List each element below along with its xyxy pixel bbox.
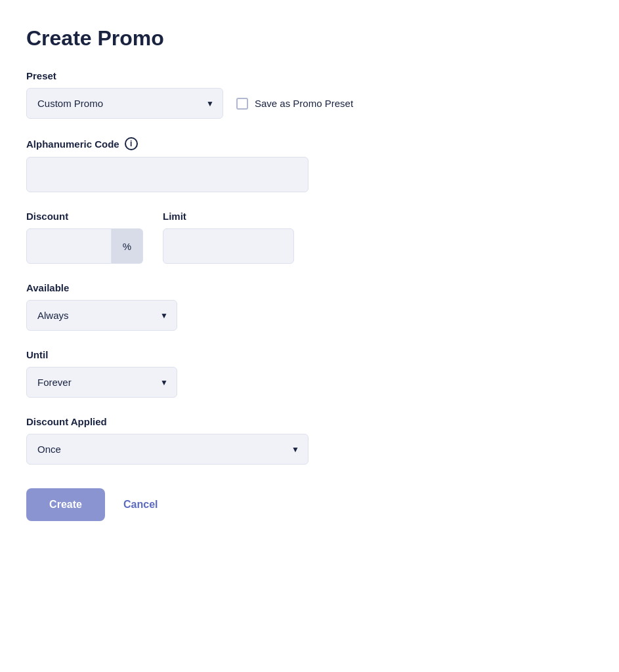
- available-select-wrapper: Always Custom ▼: [26, 300, 177, 331]
- limit-label: Limit: [163, 211, 294, 222]
- percent-badge: %: [112, 228, 143, 264]
- alphanumeric-code-section: Alphanumeric Code i: [26, 137, 593, 192]
- create-button[interactable]: Create: [26, 488, 105, 521]
- save-preset-checkbox[interactable]: [236, 98, 248, 110]
- preset-select[interactable]: Custom Promo Preset 1 Preset 2: [26, 88, 223, 119]
- limit-input[interactable]: [163, 228, 294, 264]
- alphanumeric-code-label-text: Alphanumeric Code: [26, 138, 119, 150]
- preset-select-wrapper: Custom Promo Preset 1 Preset 2 ▼: [26, 88, 223, 119]
- preset-row: Custom Promo Preset 1 Preset 2 ▼ Save as…: [26, 88, 593, 119]
- alphanumeric-code-input[interactable]: [26, 157, 309, 192]
- available-section: Available Always Custom ▼: [26, 282, 593, 331]
- alphanumeric-info-icon[interactable]: i: [125, 137, 138, 150]
- discount-applied-select-wrapper: Once Every Time First Time ▼: [26, 434, 309, 465]
- discount-input-wrapper: %: [26, 228, 143, 264]
- available-select[interactable]: Always Custom: [26, 300, 177, 331]
- until-select[interactable]: Forever Custom Date: [26, 367, 177, 398]
- discount-input[interactable]: [26, 228, 112, 264]
- discount-limit-row: Discount % Limit: [26, 211, 593, 264]
- available-label: Available: [26, 282, 593, 293]
- preset-section: Preset Custom Promo Preset 1 Preset 2 ▼ …: [26, 70, 593, 119]
- discount-applied-label: Discount Applied: [26, 416, 593, 427]
- preset-label: Preset: [26, 70, 593, 81]
- save-preset-label[interactable]: Save as Promo Preset: [236, 98, 353, 110]
- alphanumeric-code-label-row: Alphanumeric Code i: [26, 137, 593, 150]
- until-label: Until: [26, 349, 593, 360]
- until-section: Until Forever Custom Date ▼: [26, 349, 593, 398]
- discount-label: Discount: [26, 211, 143, 222]
- discount-applied-select[interactable]: Once Every Time First Time: [26, 434, 309, 465]
- discount-field-group: Discount %: [26, 211, 143, 264]
- cancel-button[interactable]: Cancel: [118, 488, 163, 521]
- page-title: Create Promo: [26, 26, 593, 51]
- discount-applied-section: Discount Applied Once Every Time First T…: [26, 416, 593, 465]
- limit-field-group: Limit: [163, 211, 294, 264]
- discount-limit-section: Discount % Limit: [26, 211, 593, 264]
- until-select-wrapper: Forever Custom Date ▼: [26, 367, 177, 398]
- save-preset-text: Save as Promo Preset: [255, 98, 353, 109]
- buttons-row: Create Cancel: [26, 488, 593, 521]
